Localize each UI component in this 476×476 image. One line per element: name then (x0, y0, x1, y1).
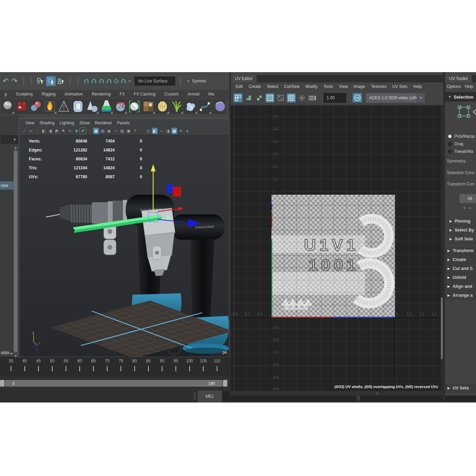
viewport-toolbar-icon[interactable]: ▦ (93, 128, 99, 134)
shelf-icon-fire[interactable] (43, 99, 57, 114)
viewport-toolbar-icon[interactable]: ✎ (67, 128, 73, 134)
section-soft-selection[interactable]: ▶Soft Sele (447, 235, 476, 243)
snap-point-icon[interactable] (99, 79, 104, 83)
uv-vertical-scrollbar[interactable] (441, 105, 443, 390)
shelf-tab[interactable]: Rigging (37, 92, 60, 97)
viewport-toolbar-icon[interactable]: | (34, 128, 40, 134)
section-cut-and-sew[interactable]: ▶Cut and S (445, 264, 476, 273)
time-tick[interactable]: 60 (73, 359, 87, 376)
scroll-right-icon[interactable]: ▶ (11, 352, 13, 355)
viewport-toolbar-icon[interactable]: T (132, 128, 138, 134)
toolkit-menu-options[interactable]: Options (447, 84, 461, 89)
outliner-selected-item[interactable]: saw (0, 181, 14, 190)
time-tick[interactable]: 30 (0, 359, 4, 376)
time-tick[interactable]: 35 (4, 359, 18, 376)
shelf-tab[interactable]: Arnold (183, 92, 204, 97)
time-tick[interactable]: 55 (59, 359, 73, 376)
section-selection[interactable]: ▼ Selection (445, 92, 476, 102)
shelf-tab[interactable]: Rendering (87, 92, 115, 97)
time-tick[interactable]: 70 (100, 359, 114, 376)
stack-shells-icon[interactable] (244, 93, 253, 102)
radio-icon[interactable] (448, 149, 452, 154)
uv-snapshot-icon[interactable] (308, 93, 317, 102)
section-select-by[interactable]: ▶Select By (447, 226, 476, 235)
shell-border-icon[interactable] (265, 93, 274, 102)
uv-editor-menu-item[interactable]: Tools (324, 84, 333, 89)
shelf-icon-emitter[interactable] (85, 99, 99, 114)
uv-editor-menu-item[interactable]: View (339, 84, 348, 89)
toolkit-menu-help[interactable]: Help (465, 84, 473, 89)
viewport-menu-item[interactable]: Panels (117, 121, 130, 125)
outliner-scrollbar[interactable]: ▲ ▼ (13, 146, 18, 357)
viewport-toolbar-icon[interactable]: ◨ (165, 128, 171, 134)
tab-uv-toolkit[interactable]: UV Toolkit (445, 75, 472, 82)
shelf-icon-curve-rope[interactable] (198, 99, 212, 114)
range-slider-bar[interactable]: 0 190 (5, 380, 223, 387)
viewport-toolbar-icon[interactable]: ◩ (54, 128, 60, 134)
shelf-icon-texture-cube[interactable] (141, 99, 155, 114)
viewport-toolbar-icon[interactable]: ▨ (119, 128, 125, 134)
shelf-tab[interactable]: Animation (60, 92, 87, 97)
viewport-menu-item[interactable]: Renderer (95, 121, 112, 125)
viewport-toolbar-icon[interactable]: ○ (113, 128, 118, 134)
viewport-toolbar-icon[interactable]: ✚ (73, 128, 79, 134)
shelf-icon-lattice[interactable] (57, 99, 71, 114)
viewport-toolbar-icon[interactable]: ◉ (106, 128, 112, 134)
time-tick[interactable]: 50 (45, 359, 59, 376)
uv-canvas[interactable]: U1V1 1001 1.7 1.6 1.5 1.4 1.3 1.2 1.1 1 … (231, 105, 443, 390)
section-arrange-and-layout[interactable]: ▶Arrange a (445, 291, 476, 300)
viewport-toolbar-icon[interactable]: ✓ (21, 128, 27, 134)
colorspace-dropdown[interactable]: ACES 1.0 SDR-video (sRGB)▼ (366, 93, 425, 103)
time-tick[interactable]: 105 (196, 359, 210, 376)
viewport-toolbar-icon[interactable]: | (87, 128, 92, 134)
radio-icon[interactable] (448, 142, 452, 146)
shelf-icon-ncloth[interactable] (113, 99, 127, 114)
range-end-handle[interactable] (223, 380, 227, 387)
uv-editor-menu-item[interactable]: Textures (371, 84, 386, 89)
time-tick[interactable]: 40 (18, 359, 32, 376)
redo-icon[interactable]: ↷ (12, 77, 20, 85)
time-tick[interactable]: 100 (183, 359, 196, 376)
snap-options-caret-icon[interactable]: ▼ (128, 79, 131, 83)
viewport-menu-item[interactable]: View (25, 121, 34, 125)
shelf-icon-camera[interactable] (15, 99, 29, 114)
time-tick[interactable]: 65 (87, 359, 100, 376)
shelf-icon-soft-body[interactable] (71, 99, 85, 114)
shelf-icon-character[interactable] (1, 99, 14, 114)
viewport-toolbar-icon[interactable]: ✳ (178, 128, 184, 134)
shelf-tab[interactable]: Ma (204, 92, 219, 97)
uv-editor-menu-item[interactable]: UV Sets (392, 84, 407, 89)
range-start-handle[interactable] (0, 380, 4, 387)
uv-editor-menu-item[interactable]: Create (249, 84, 261, 89)
tab-uv-editor[interactable]: UV Editor (231, 75, 257, 82)
exposure-field[interactable]: 1.00 (324, 93, 346, 103)
time-tick[interactable]: 75 (114, 359, 128, 376)
shelf-icon-nucleus[interactable] (156, 99, 169, 114)
uv-editor-menu-item[interactable]: Select (267, 84, 278, 89)
viewport-toolbar-icon[interactable]: ▣ (126, 128, 132, 134)
grid-icon[interactable] (287, 93, 296, 102)
shelf-icon-grass[interactable] (170, 99, 183, 114)
viewport-menu-item[interactable]: Show (79, 121, 90, 125)
section-uv-sets[interactable]: ▶UV Sets (445, 384, 476, 393)
mel-tab[interactable]: MEL (198, 390, 222, 403)
time-tick[interactable]: 80 (128, 359, 141, 376)
symmetry-dropdown[interactable]: Symme (192, 79, 206, 83)
select-mode-tweak[interactable]: Tweak/Ma (448, 149, 473, 154)
scroll-down-icon[interactable]: ▼ (13, 355, 18, 357)
section-unfold[interactable]: ▶Unfold (445, 273, 476, 282)
time-tick[interactable]: 110 (210, 359, 224, 376)
outliner-hscroll-thumb[interactable] (1, 351, 10, 354)
time-tick[interactable]: 90 (155, 359, 169, 376)
color-management-toggle[interactable]: ON (353, 93, 362, 102)
select-mode-drag[interactable]: Drag (448, 141, 463, 146)
shelf-tab[interactable]: FX (115, 92, 129, 97)
radio-selected-icon[interactable] (448, 134, 452, 138)
viewport-menu-item[interactable]: Lighting (60, 121, 74, 125)
viewport-toolbar-icon[interactable]: ◧ (152, 128, 158, 134)
shelf-icon-nparticle[interactable] (184, 99, 197, 114)
symmetry-caret-icon[interactable]: ▼ (186, 79, 190, 83)
time-tick[interactable]: 95 (169, 359, 183, 376)
make-live-icon[interactable] (121, 79, 126, 83)
section-create[interactable]: ▶Create (445, 256, 476, 264)
